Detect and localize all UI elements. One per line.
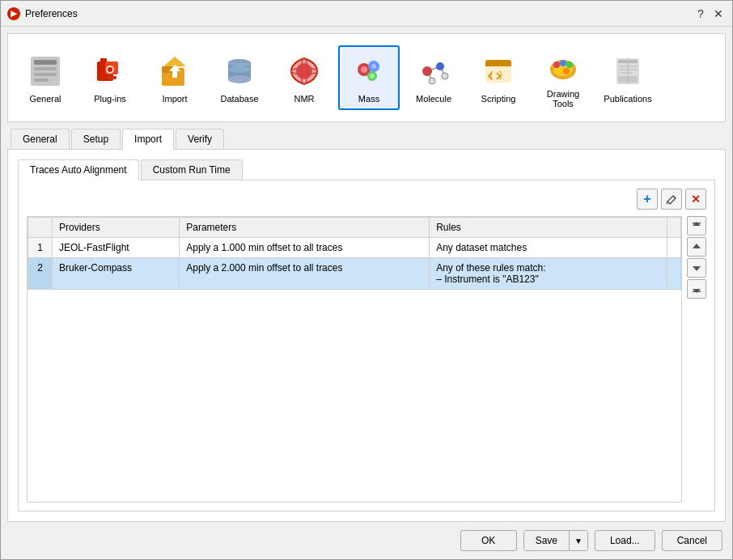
title-bar-controls: ? ✕ [693,6,726,21]
icon-scripting-label: Scripting [481,94,516,104]
table-header-row: Providers Parameters Rules [28,218,681,238]
inner-tab-traces[interactable]: Traces Auto Alignment [18,159,139,180]
svg-point-30 [370,74,375,78]
icon-general[interactable]: General [15,45,76,110]
table-row[interactable]: 1 JEOL-FastFlight Apply a 1.000 min offs… [28,238,681,258]
arrow-up[interactable] [687,237,706,257]
preferences-dialog: ▶ Preferences ? ✕ General [0,0,733,560]
icon-database[interactable]: Database [209,45,270,110]
row1-rules: Any dataset matches [430,238,667,258]
plugins-icon [91,52,129,91]
table-wrapper: Providers Parameters Rules 1 JEOL-FastFl… [27,216,706,503]
save-button[interactable]: Save [524,531,570,550]
svg-point-9 [108,67,112,72]
svg-marker-60 [693,244,701,248]
svg-point-34 [422,66,432,76]
svg-line-57 [667,202,667,204]
svg-point-28 [361,66,367,73]
inner-content: + ✕ Provid [18,180,715,511]
svg-rect-53 [618,72,633,74]
svg-rect-4 [34,78,49,82]
main-content: Traces Auto Alignment Custom Run Time + … [7,149,726,522]
mass-icon [350,52,388,91]
svg-point-45 [560,60,566,66]
svg-point-36 [429,78,435,84]
edit-button[interactable] [661,189,682,210]
svg-point-20 [228,59,251,67]
row1-num: 1 [28,238,53,258]
svg-marker-61 [693,266,701,271]
icon-scripting[interactable]: { } Scripting [468,45,529,110]
svg-point-37 [442,73,448,79]
arrow-down[interactable] [687,258,706,278]
svg-point-29 [371,64,376,69]
row1-parameters: Apply a 1.000 min offset to all traces [180,238,430,258]
svg-rect-3 [34,73,57,76]
table-container: Providers Parameters Rules 1 JEOL-FastFl… [27,216,682,503]
app-icon: ▶ [7,7,20,20]
arrow-bottom[interactable] [687,279,706,299]
title-bar: ▶ Preferences ? ✕ [1,1,732,27]
save-button-container: Save ▼ [523,530,588,551]
icon-plugins[interactable]: Plug-ins [79,45,141,110]
outer-tabs: General Setup Import Verify [1,129,732,149]
footer: OK Save ▼ Load... Cancel [1,522,732,559]
row1-extra [667,238,681,258]
icon-nmr[interactable]: NMR [273,45,335,110]
icon-molecule[interactable]: Molecule [403,45,464,110]
icon-publications-label: Publications [604,94,651,104]
row2-provider: Bruker-Compass [53,258,180,290]
col-providers: Providers [53,218,180,238]
tab-verify[interactable]: Verify [176,129,224,149]
svg-point-22 [296,63,312,79]
table-row[interactable]: 2 Bruker-Compass Apply a 2.000 min offse… [28,258,681,290]
publications-icon [608,52,647,91]
delete-button[interactable]: ✕ [685,189,706,210]
row2-parameters: Apply a 2.000 min offset to all traces [180,258,430,290]
svg-line-56 [673,196,676,198]
svg-rect-15 [172,71,177,78]
scripting-icon: { } [479,52,518,91]
col-num [28,218,53,238]
svg-point-47 [557,68,563,74]
svg-rect-1 [34,60,57,65]
icon-molecule-label: Molecule [416,94,451,104]
svg-point-44 [553,62,560,68]
ok-button[interactable]: OK [460,530,517,551]
svg-point-18 [228,75,251,83]
row2-extra [667,258,681,290]
svg-rect-63 [693,291,701,293]
row2-rules: Any of these rules match: – Instrument i… [430,258,667,290]
data-table: Providers Parameters Rules 1 JEOL-FastFl… [28,217,681,290]
tab-setup[interactable]: Setup [71,129,121,149]
load-button[interactable]: Load... [595,530,655,551]
inner-tab-custom-run[interactable]: Custom Run Time [141,159,243,180]
cancel-button[interactable]: Cancel [662,530,722,551]
icon-publications[interactable]: Publications [597,45,659,110]
drawing-tools-icon [544,47,583,86]
nmr-icon [285,52,324,91]
help-button[interactable]: ? [693,6,708,21]
add-button[interactable]: + [637,189,658,210]
side-arrows [687,216,706,503]
svg-point-19 [228,66,251,73]
icon-drawing-tools[interactable]: Drawing Tools [532,40,594,115]
row1-provider: JEOL-FastFlight [53,238,180,258]
svg-rect-10 [107,76,117,79]
icon-mass-label: Mass [358,94,379,104]
col-extra [667,218,681,238]
icon-general-label: General [29,94,61,104]
icon-database-label: Database [220,94,258,104]
icon-import[interactable]: Import [144,45,205,110]
close-button[interactable]: ✕ [711,6,726,21]
window-title: Preferences [25,8,693,19]
save-dropdown-button[interactable]: ▼ [570,531,587,550]
icon-mass[interactable]: Mass [338,45,400,110]
icon-import-label: Import [162,94,187,104]
col-parameters: Parameters [180,218,430,238]
inner-tabs: Traces Auto Alignment Custom Run Time [18,159,715,180]
tab-general[interactable]: General [11,129,70,149]
tab-import[interactable]: Import [122,129,174,150]
arrow-top[interactable] [687,216,706,235]
molecule-icon [414,52,453,91]
